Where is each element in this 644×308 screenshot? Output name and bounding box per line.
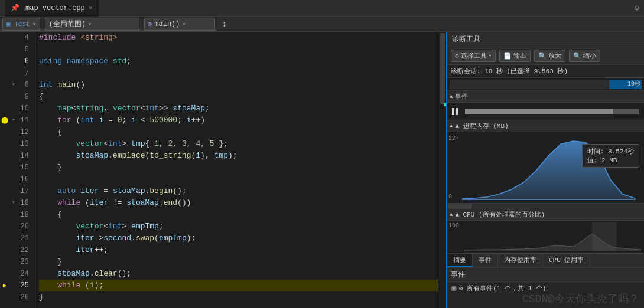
- code-line-21: iter->second.swap(empTmp);: [39, 232, 438, 244]
- events-detail-title: 事件: [447, 268, 644, 282]
- code-line-9: {: [39, 91, 438, 103]
- zoom-in-label: 放大: [548, 51, 561, 60]
- cpu-chart-area: 100: [447, 221, 644, 253]
- triangle-icon: ▲: [450, 94, 453, 100]
- code-line-20: vector<int> empTmp;: [39, 221, 438, 232]
- func-icon: ⊕: [148, 20, 152, 28]
- code-line-18: while (iter != stoaMap.end()): [39, 197, 438, 209]
- scope-dropdown[interactable]: ▣ Test ▾: [2, 18, 40, 31]
- cpu-section-label: ▲ CPU (所有处理器的百分比): [455, 210, 545, 219]
- code-line-15: }: [39, 162, 438, 173]
- memory-tooltip: 时间: 8.524秒 值: 2 MB: [582, 144, 639, 168]
- tab-cpu-usage[interactable]: CPU 使用率: [543, 254, 590, 267]
- func-label: main(): [154, 20, 180, 28]
- session-info: 诊断会话: 10 秒 (已选择 9.563 秒): [447, 65, 644, 78]
- zoom-in-icon: 🔍: [538, 52, 547, 60]
- memory-section-label: ▲ 进程内存 (MB): [455, 122, 508, 130]
- green-indicator: [444, 103, 446, 106]
- output-button[interactable]: 📄 输出: [499, 50, 531, 62]
- code-line-25: while (1);: [39, 280, 438, 291]
- code-line-17: auto iter = stoaMap.begin();: [39, 185, 438, 197]
- pause-icon: [452, 107, 460, 116]
- code-line-19: {: [39, 209, 438, 221]
- diag-title: 诊断工具: [447, 32, 644, 47]
- tab-summary[interactable]: 摘要: [447, 254, 473, 267]
- code-line-11: for (int i = 0; i < 500000; i++): [39, 114, 438, 126]
- cpu-chart-svg: [464, 222, 641, 251]
- cpu-max-label: 100: [448, 222, 459, 229]
- scope-dropdown-2[interactable]: (全局范围) ▾: [45, 18, 139, 31]
- editor-area: ⬤ ▶ 4 5 6 7: [0, 32, 446, 308]
- code-line-22: iter++;: [39, 244, 438, 256]
- left-margin: ⬤ ▶: [0, 32, 9, 308]
- line-numbers: 4 5 6 7 8▾ 9 10 11▾ 12 13 14 15 16 17 18…: [9, 32, 34, 308]
- main-area: ⬤ ▶ 4 5 6 7: [0, 32, 644, 308]
- tooltip-time: 时间: 8.524秒: [587, 147, 634, 156]
- memory-min-label: 0: [448, 194, 452, 200]
- code-area[interactable]: #include <string> using namespace std; i…: [34, 32, 438, 308]
- code-line-12: {: [39, 126, 438, 138]
- code-line-16: [39, 173, 438, 185]
- zoom-in-button[interactable]: 🔍 放大: [534, 50, 565, 62]
- scrollbar-thumb: [440, 33, 445, 104]
- events-section-header[interactable]: ▲ 事件: [447, 91, 644, 103]
- gear-icon[interactable]: ⚙: [635, 3, 639, 13]
- event-bar: [465, 109, 639, 114]
- output-icon: 📄: [503, 52, 512, 60]
- chart-scrollbar-h[interactable]: [447, 203, 644, 209]
- event-dot-icon: ⊛: [451, 286, 457, 291]
- scope-label: (全局范围): [49, 19, 86, 29]
- tab-events[interactable]: 事件: [473, 254, 498, 267]
- code-line-5: [39, 44, 438, 55]
- code-line-23: }: [39, 256, 438, 268]
- close-icon[interactable]: ✕: [89, 4, 93, 12]
- select-tool-label: 选择工具: [461, 51, 487, 60]
- editor-scrollbar[interactable]: [438, 32, 446, 308]
- memory-chart-area: 227 0 时间: 8.524秒 值: 2 MB: [447, 132, 644, 203]
- zoom-out-icon: 🔍: [573, 52, 581, 60]
- test-label: ▣ Test: [6, 20, 30, 28]
- active-tab[interactable]: 📌 map_vector.cpp ✕: [5, 0, 99, 17]
- event-bar-fill: [465, 109, 613, 114]
- chevron-down-icon-3: ▾: [183, 21, 186, 28]
- toolbar: ▣ Test ▾ (全局范围) ▾ ⊕ main() ▾ ↕: [0, 17, 644, 32]
- chart-scrollbar-thumb: [448, 204, 472, 209]
- output-label: 输出: [513, 51, 526, 60]
- tab-bar: 📌 map_vector.cpp ✕ ⚙: [0, 0, 644, 17]
- all-events-label: ⊛ 所有事件(1 个，共 1 个): [459, 284, 546, 293]
- event-area: [447, 103, 644, 120]
- timeline-label: 10秒: [627, 80, 640, 89]
- events-detail: 事件 ⊛ ⊛ 所有事件(1 个，共 1 个): [447, 268, 644, 308]
- code-line-8: int main(): [39, 79, 438, 91]
- code-line-26: }: [39, 291, 438, 303]
- memory-max-label: 227: [448, 135, 459, 142]
- timeline-bar[interactable]: 10秒: [447, 78, 644, 91]
- chevron-down-icon: ▾: [32, 21, 36, 28]
- code-line-6: using namespace std;: [39, 55, 438, 67]
- code-line-13: vector<int> tmp{ 1, 2, 3, 4, 5 };: [39, 138, 438, 150]
- select-tool-button[interactable]: ⚙ 选择工具 ▾: [451, 50, 496, 62]
- tab-label: map_vector.cpp: [25, 4, 85, 12]
- all-events-item[interactable]: ⊛ ⊛ 所有事件(1 个，共 1 个): [447, 282, 644, 294]
- cpu-section-header[interactable]: ▲ ▲ CPU (所有处理器的百分比): [447, 209, 644, 221]
- svg-rect-1: [592, 222, 616, 251]
- editor-wrapper: ⬤ ▶ 4 5 6 7: [0, 32, 446, 308]
- code-line-14: stoaMap.emplace(to_string(i), tmp);: [39, 150, 438, 162]
- code-line-7: [39, 67, 438, 79]
- timeline-ruler: 10秒: [450, 80, 642, 89]
- code-line-4: #include <string>: [39, 32, 438, 44]
- triangle-icon-mem: ▲: [450, 123, 453, 129]
- func-dropdown[interactable]: ⊕ main() ▾: [144, 18, 215, 31]
- chevron-down-icon-2: ▾: [88, 21, 92, 28]
- diag-toolbar: ⚙ 选择工具 ▾ 📄 输出 🔍 放大 🔍 缩小: [447, 47, 644, 65]
- nav-prev-button[interactable]: ↕: [217, 17, 232, 31]
- chevron-down-icon-diag: ▾: [489, 53, 492, 59]
- zoom-out-button[interactable]: 🔍 缩小: [569, 50, 600, 62]
- triangle-icon-cpu: ▲: [450, 212, 453, 218]
- tool-icon: ⚙: [455, 52, 459, 60]
- diag-tabs-row: 摘要 事件 内存使用率 CPU 使用率: [447, 253, 644, 268]
- tab-memory-usage[interactable]: 内存使用率: [498, 254, 543, 267]
- code-line-24: stoaMap.clear();: [39, 268, 438, 280]
- events-section-label: 事件: [455, 92, 468, 101]
- memory-section-header[interactable]: ▲ ▲ 进程内存 (MB): [447, 120, 644, 132]
